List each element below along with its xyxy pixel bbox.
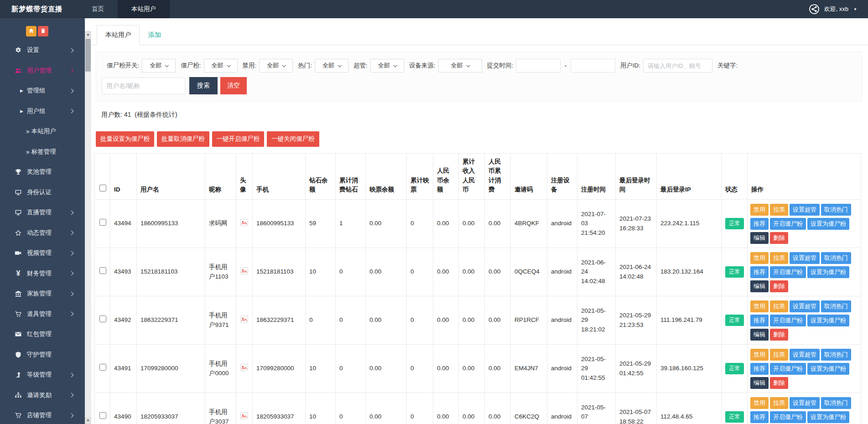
action-ban-button[interactable]: 禁用 [750,204,769,216]
scroll-up-button[interactable]: ▲ [85,31,91,38]
sidebar-item-prize-pool[interactable]: 奖池管理 [0,162,85,182]
action-recommend-button[interactable]: 推荐 [750,218,769,230]
topnav-site-users[interactable]: 本站用户 [118,0,170,18]
sidebar-item-redpacket-management[interactable]: 红包管理 [0,324,85,345]
action-blacklist-button[interactable]: 拉黑 [770,300,788,312]
tab-site-users[interactable]: 本站用户 [97,25,140,45]
hot-select[interactable]: 全部 [315,59,348,72]
action-set-zombie-button[interactable]: 设置为僵尸粉 [807,315,849,326]
action-set-zombie-button[interactable]: 设置为僵尸粉 [807,218,849,230]
action-edit-button[interactable]: 编辑 [750,280,769,292]
enable-all-zombie-button[interactable]: 一键开启僵尸粉 [212,131,265,147]
action-set-superadmin-button[interactable]: 设置超管 [790,252,820,264]
action-ban-button[interactable]: 禁用 [750,252,769,264]
cell-id: 43491 [110,345,137,393]
user-menu[interactable]: 欢迎, xxb ▼ [808,3,857,15]
scrollbar-thumb[interactable] [85,39,91,72]
action-enable-zombie-button[interactable]: 开启僵尸粉 [770,266,806,278]
action-edit-button[interactable]: 编辑 [750,232,769,244]
action-edit-button[interactable]: 编辑 [750,329,769,341]
action-ban-button[interactable]: 禁用 [750,349,769,361]
scroll-down-button[interactable]: ▼ [85,417,91,424]
action-delete-button[interactable]: 删除 [770,329,788,341]
sidebar-item-props-management[interactable]: 道具管理 [0,304,85,325]
action-blacklist-button[interactable]: 拉黑 [770,349,788,361]
topnav-home[interactable]: 首页 [78,0,118,18]
batch-cancel-zombie-button[interactable]: 批量取消僵尸粉 [157,131,209,147]
sidebar-item-label: 用户管理 [27,67,52,75]
sidebar-item-finance-management[interactable]: ¥财务管理 [0,264,85,284]
sidebar-item-moments-management[interactable]: 动态管理 [0,223,85,243]
sidebar-item-invite-reward[interactable]: 邀请奖励 [0,385,85,406]
action-enable-zombie-button[interactable]: 开启僵尸粉 [770,315,806,326]
action-set-zombie-button[interactable]: 设置为僵尸粉 [807,363,849,375]
cell-device: android [547,393,577,424]
action-blacklist-button[interactable]: 拉黑 [770,252,788,264]
quick-trash-button[interactable] [38,26,48,36]
row-checkbox[interactable] [99,315,106,322]
action-delete-button[interactable]: 删除 [770,232,788,244]
table-row: 4349117099280000手机用户0000170992800001000.… [95,345,861,393]
action-set-superadmin-button[interactable]: 设置超管 [790,349,820,361]
action-cancel-hot-button[interactable]: 取消热门 [821,349,851,361]
row-checkbox[interactable] [99,219,106,226]
cell-username: 18600995133 [137,200,205,248]
action-enable-zombie-button[interactable]: 开启僵尸粉 [770,363,806,375]
submit-time-end-input[interactable] [571,59,615,72]
action-enable-zombie-button[interactable]: 开启僵尸粉 [770,218,806,230]
action-set-superadmin-button[interactable]: 设置超管 [790,204,820,216]
sidebar-item-user-group[interactable]: ▶用户组 [0,101,85,122]
action-ban-button[interactable]: 禁用 [750,300,769,312]
disable-all-zombie-button[interactable]: 一键关闭僵尸粉 [267,131,319,147]
action-cancel-hot-button[interactable]: 取消热门 [821,300,851,312]
sidebar-item-family-management[interactable]: 家族管理 [0,284,85,304]
row-checkbox[interactable] [99,267,106,274]
action-delete-button[interactable]: 删除 [770,280,788,292]
action-recommend-button[interactable]: 推荐 [750,266,769,278]
quick-home-button[interactable] [26,26,36,36]
row-checkbox[interactable] [99,412,106,419]
action-set-zombie-button[interactable]: 设置为僵尸粉 [807,411,849,423]
batch-set-zombie-button[interactable]: 批量设置为僵尸粉 [96,131,154,147]
action-blacklist-button[interactable]: 拉黑 [770,397,788,409]
sidebar-item-shop-management[interactable]: 店铺管理 [0,405,85,424]
submit-time-start-input[interactable] [516,59,561,72]
action-delete-button[interactable]: 删除 [770,377,788,389]
action-recommend-button[interactable]: 推荐 [750,363,769,375]
action-set-superadmin-button[interactable]: 设置超管 [790,397,820,409]
action-recommend-button[interactable]: 推荐 [750,315,769,326]
user-id-input[interactable] [643,59,712,72]
action-enable-zombie-button[interactable]: 开启僵尸粉 [770,411,806,423]
sidebar-item-tag-management[interactable]: »标签管理 [0,142,85,162]
action-set-superadmin-button[interactable]: 设置超管 [790,300,820,312]
action-cancel-hot-button[interactable]: 取消热门 [821,397,851,409]
row-checkbox[interactable] [99,364,106,371]
keyword-input[interactable] [102,78,185,94]
sidebar-item-level-management[interactable]: 等级管理 [0,365,85,385]
zombie-switch-select[interactable]: 全部 [142,59,176,72]
sidebar-item-user-management[interactable]: 用户管理 [0,61,85,81]
search-button[interactable]: 搜索 [189,77,218,94]
action-ban-button[interactable]: 禁用 [750,397,769,409]
zombie-select[interactable]: 全部 [204,59,238,72]
superadmin-select[interactable]: 全部 [370,59,404,72]
action-recommend-button[interactable]: 推荐 [750,411,769,423]
sidebar-item-admin-group[interactable]: ▶管理组 [0,81,85,101]
sidebar-item-site-users[interactable]: »本站用户 [0,121,85,142]
tab-add[interactable]: 添加 [140,25,170,45]
clear-button[interactable]: 清空 [220,77,247,94]
action-set-zombie-button[interactable]: 设置为僵尸粉 [807,266,849,278]
sidebar-item-settings[interactable]: 设置 [0,40,85,61]
filter-label-superadmin: 超管: [353,62,368,70]
action-cancel-hot-button[interactable]: 取消热门 [821,204,851,216]
select-all-checkbox[interactable] [99,185,106,191]
sidebar-item-guard-management[interactable]: 守护管理 [0,345,85,365]
action-blacklist-button[interactable]: 拉黑 [770,204,788,216]
sidebar-item-video-management[interactable]: 视频管理 [0,243,85,264]
disabled-select[interactable]: 全部 [259,59,293,72]
sidebar-item-identity-auth[interactable]: 身份认证 [0,182,85,203]
device-source-select[interactable]: 全部 [438,59,482,72]
sidebar-item-live-management[interactable]: 直播管理 [0,202,85,223]
action-edit-button[interactable]: 编辑 [750,377,769,389]
action-cancel-hot-button[interactable]: 取消热门 [821,252,851,264]
